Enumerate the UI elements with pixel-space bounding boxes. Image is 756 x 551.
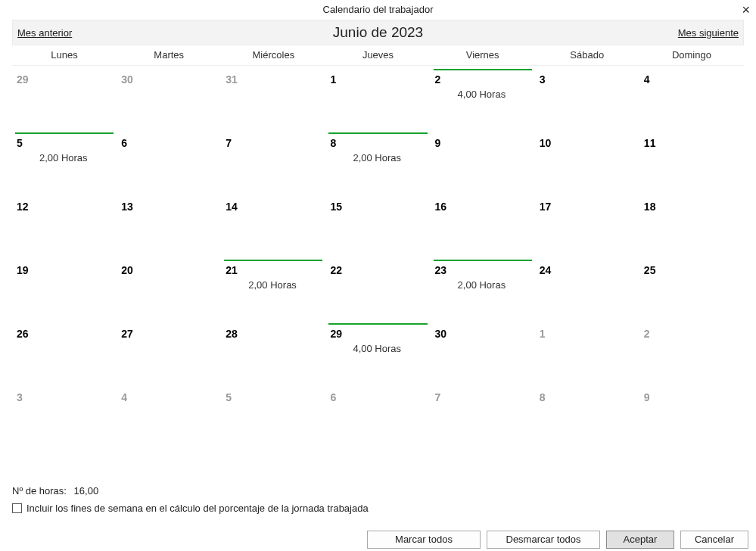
calendar-day[interactable]: 15: [325, 193, 430, 257]
include-weekends-option[interactable]: Incluir los fines de semana en el cálcul…: [12, 503, 744, 514]
calendar-day[interactable]: 27: [117, 320, 221, 384]
calendar-day[interactable]: 17: [535, 193, 639, 257]
calendar-day[interactable]: 7: [221, 129, 325, 193]
calendar-day[interactable]: 13: [117, 193, 221, 257]
day-number: 5: [224, 391, 322, 403]
day-marker: [328, 323, 427, 325]
day-number: 2: [434, 73, 532, 86]
calendar-day[interactable]: 1: [535, 320, 639, 384]
include-weekends-label: Incluir los fines de semana en el cálcul…: [26, 503, 369, 514]
select-all-button[interactable]: Marcar todos: [367, 531, 481, 549]
calendar-day[interactable]: 82,00 Horas: [325, 129, 430, 193]
day-number: 31: [224, 73, 322, 86]
calendar-day[interactable]: 8: [535, 384, 639, 447]
day-marker: [434, 260, 532, 261]
day-number: 3: [15, 391, 114, 403]
day-number: 19: [15, 264, 114, 276]
day-number: 16: [434, 201, 532, 213]
next-month-link[interactable]: Mes siguiente: [633, 27, 739, 39]
calendar-day[interactable]: 22: [325, 257, 430, 320]
calendar-day[interactable]: 3: [12, 384, 117, 447]
day-number: 1: [328, 73, 427, 86]
calendar-week: 3456789: [12, 384, 744, 447]
calendar-week: 293031124,00 Horas34: [12, 66, 744, 129]
calendar-day[interactable]: 31: [221, 66, 325, 129]
calendar-day[interactable]: 16: [431, 193, 535, 257]
day-hours: 4,00 Horas: [328, 340, 427, 354]
day-hours: 2,00 Horas: [224, 276, 322, 291]
calendar-day[interactable]: 12: [12, 193, 117, 257]
weekday-label: Sábado: [535, 45, 639, 65]
weekday-label: Jueves: [325, 45, 430, 65]
calendar-day[interactable]: 30: [431, 320, 535, 384]
day-number: 15: [328, 201, 427, 213]
calendar-day[interactable]: 7: [431, 384, 535, 447]
weekday-header: Lunes Martes Miércoles Jueves Viernes Sá…: [12, 45, 744, 66]
calendar-day[interactable]: 20: [117, 257, 221, 320]
day-number: 2: [642, 328, 741, 340]
day-hours: 2,00 Horas: [15, 149, 114, 163]
calendar-day[interactable]: 294,00 Horas: [325, 320, 430, 384]
weekday-label: Viernes: [431, 45, 535, 65]
calendar-day[interactable]: 10: [535, 129, 639, 193]
day-number: 26: [15, 328, 114, 340]
day-number: 3: [538, 73, 636, 86]
calendar-day[interactable]: 24,00 Horas: [431, 66, 535, 129]
calendar-day[interactable]: 9: [639, 384, 744, 447]
calendar-day[interactable]: 29: [12, 66, 117, 129]
day-marker: [224, 260, 322, 261]
calendar-day[interactable]: 6: [325, 384, 430, 447]
calendar-day[interactable]: 52,00 Horas: [12, 129, 117, 193]
day-number: 9: [434, 137, 532, 149]
calendar-day[interactable]: 3: [535, 66, 639, 129]
calendar-day[interactable]: 4: [117, 384, 221, 447]
day-number: 30: [120, 73, 218, 86]
dialog-buttons: Marcar todos Desmarcar todos Aceptar Can…: [0, 520, 756, 551]
calendar-day[interactable]: 26: [12, 320, 117, 384]
calendar-day[interactable]: 11: [639, 129, 744, 193]
weekday-label: Domingo: [639, 45, 744, 65]
hours-total-label: Nº de horas:: [12, 485, 67, 497]
day-number: 23: [434, 264, 532, 276]
day-number: 20: [120, 264, 218, 276]
calendar-day[interactable]: 18: [639, 193, 744, 257]
day-number: 29: [328, 328, 427, 340]
day-hours: 2,00 Horas: [328, 149, 427, 163]
day-number: 10: [538, 137, 636, 149]
calendar-day[interactable]: 9: [431, 129, 535, 193]
window-title: Calendario del trabajador: [323, 4, 434, 15]
calendar-day[interactable]: 6: [117, 129, 221, 193]
day-hours: 2,00 Horas: [434, 276, 532, 291]
calendar-day[interactable]: 24: [535, 257, 639, 320]
calendar-day[interactable]: 232,00 Horas: [431, 257, 535, 320]
checkbox-icon[interactable]: [12, 503, 22, 513]
weekday-label: Martes: [117, 45, 221, 65]
calendar-week: 52,00 Horas6782,00 Horas91011: [12, 129, 744, 193]
close-icon[interactable]: ×: [742, 0, 750, 20]
day-number: 6: [120, 137, 218, 149]
calendar-day[interactable]: 1: [325, 66, 430, 129]
calendar-day[interactable]: 212,00 Horas: [221, 257, 325, 320]
calendar-day[interactable]: 30: [117, 66, 221, 129]
day-number: 21: [224, 264, 322, 276]
deselect-all-button[interactable]: Desmarcar todos: [487, 531, 600, 549]
day-number: 18: [642, 201, 741, 213]
calendar-week: 12131415161718: [12, 193, 744, 257]
calendar-day[interactable]: 5: [221, 384, 325, 447]
prev-month-link[interactable]: Mes anterior: [17, 27, 123, 39]
calendar-day[interactable]: 4: [639, 66, 744, 129]
calendar-day[interactable]: 14: [221, 193, 325, 257]
day-hours: 4,00 Horas: [434, 86, 532, 100]
accept-button[interactable]: Aceptar: [606, 531, 674, 549]
calendar-day[interactable]: 28: [221, 320, 325, 384]
calendar-day[interactable]: 25: [639, 257, 744, 320]
weekday-label: Lunes: [12, 45, 117, 65]
day-marker: [328, 132, 427, 134]
day-number: 22: [328, 264, 427, 276]
calendar-day[interactable]: 2: [639, 320, 744, 384]
day-number: 8: [538, 391, 636, 403]
cancel-button[interactable]: Cancelar: [680, 531, 748, 549]
day-number: 12: [15, 201, 114, 213]
calendar-day[interactable]: 19: [12, 257, 117, 320]
day-number: 27: [120, 328, 218, 340]
